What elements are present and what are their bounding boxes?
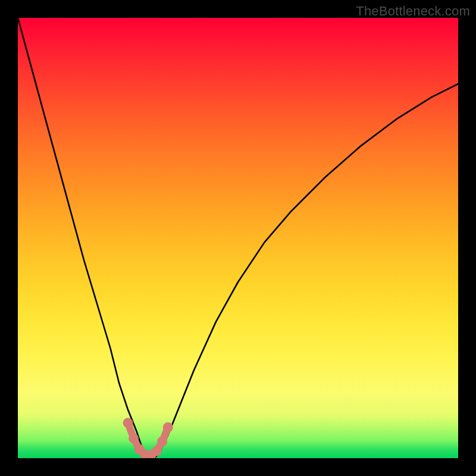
curve-svg [18,18,458,458]
marker-dot [157,436,167,446]
marker-dot [152,446,162,456]
marker-dot [123,418,133,428]
plot-area [18,18,458,458]
chart-frame: TheBottleneck.com [0,0,476,476]
marker-dot [129,433,139,443]
bottleneck-curve [18,18,458,458]
watermark-text: TheBottleneck.com [356,4,470,19]
marker-dot [163,422,173,433]
marker-dots [123,418,173,458]
